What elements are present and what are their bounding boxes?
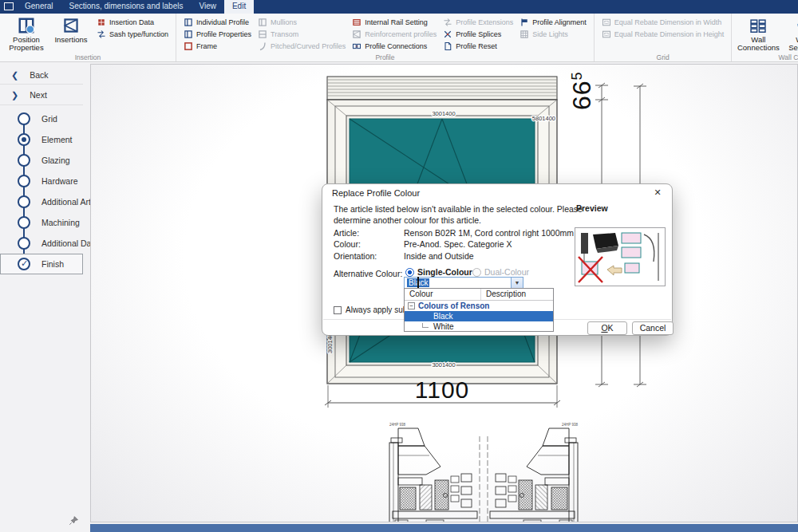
ribbon-button-profile-connections[interactable]: Profile Connections [352, 41, 437, 52]
button-label: Insertion Data [109, 18, 154, 26]
button-label: Insertions [54, 36, 87, 44]
dropdown-group-row[interactable]: − Colours of Renson [405, 301, 489, 311]
dialog-title: Replace Profile Colour [332, 188, 420, 198]
ribbon-button-wall-sections[interactable]: WallSections [780, 16, 798, 53]
button-label: Reinforcement profiles [365, 30, 437, 38]
conn-icon [352, 41, 361, 51]
step-radio-icon [18, 112, 30, 125]
dropdown-item-black[interactable]: Black [405, 311, 553, 321]
sq-v-icon [184, 18, 193, 27]
sidebar-step-finish[interactable]: Finish [0, 254, 83, 274]
step-radio-icon [18, 175, 30, 187]
application-window: GeneralSections, dimensions and labelsVi… [0, 0, 798, 532]
step-label: Glazing [41, 156, 70, 165]
article-label: Article: [334, 228, 404, 238]
button-label: Equal Rebate Dimension in Width [614, 18, 722, 26]
sidebar-step-additional-articles[interactable]: Additional Articles [0, 191, 83, 212]
arc-icon [258, 41, 267, 51]
ribbon-button-profile-reset[interactable]: Profile Reset [443, 41, 513, 52]
button-label: Profile Reset [456, 42, 497, 50]
colour-dropdown-list: Colour Description − Colours of Renson B… [404, 288, 554, 332]
step-radio-icon [18, 216, 30, 229]
cancel-button[interactable]: Cancel [632, 321, 674, 335]
app-icon [4, 2, 14, 10]
ribbon-button-transom: Transom [258, 29, 346, 40]
always-apply-substitution-checkbox[interactable] [334, 306, 342, 314]
sashfn-icon [443, 18, 452, 27]
sidebar-step-grid[interactable]: Grid [0, 108, 83, 129]
ribbon-button-reinforcement-profiles: Reinforcement profiles [352, 29, 437, 40]
step-label: Grid [41, 114, 57, 124]
ribbon-button-profile-splices[interactable]: Profile Splices [443, 29, 513, 40]
article-value: Renson B02R 1M, Cord control right 1000m… [404, 228, 574, 238]
ribbon-button-internal-rail-setting[interactable]: Internal Rail Setting [352, 17, 437, 28]
single-colour-radio[interactable] [405, 268, 414, 277]
sidebar-step-additional-data[interactable]: Additional Data [0, 233, 83, 254]
step-radio-icon [18, 237, 30, 250]
button-label: Profile Connections [365, 42, 427, 50]
cross-section-drawing: 24HP 938 24HP 938 24HP 3.22 24HP 3.22 4.… [389, 423, 578, 522]
roller-shutter-box [327, 77, 557, 100]
button-label: Mullions [271, 18, 297, 26]
ribbon-button-frame[interactable]: Frame [184, 41, 251, 52]
button-label: Connections [737, 44, 780, 52]
step-label: Hardware [41, 176, 78, 186]
group-label: Grid [595, 53, 732, 61]
collapse-icon[interactable]: − [408, 302, 415, 309]
orientation-value: Inside and Outside [404, 251, 474, 261]
group-label: Colours of Renson [418, 301, 489, 310]
ribbon-button-profile-properties[interactable]: Profile Properties [184, 29, 251, 40]
sidebar-step-machining[interactable]: Machining [0, 212, 83, 233]
button-label: Properties [9, 44, 43, 52]
rebate-icon [602, 30, 611, 39]
ok-button[interactable]: OK [587, 321, 627, 335]
pin-icon[interactable] [69, 515, 79, 526]
combobox-dropdown-button[interactable]: ▼ [511, 278, 523, 288]
orientation-label: Orientation: [334, 251, 404, 261]
dual-colour-radio[interactable] [472, 268, 481, 277]
sq-v-icon [258, 18, 267, 27]
button-label: Frame [196, 42, 217, 50]
ribbon-button-wall-connections[interactable]: WallConnections [736, 16, 780, 53]
sidebar-item-back[interactable]: ❮ Back [0, 65, 83, 85]
align-icon [519, 18, 529, 27]
tab-edit[interactable]: Edit [224, 0, 254, 14]
svg-text:3001400: 3001400 [432, 361, 455, 368]
group-label: Insertion [0, 53, 176, 61]
step-radio-icon [18, 154, 30, 167]
sidebar-step-glazing[interactable]: Glazing [0, 150, 83, 171]
text-caret [417, 277, 419, 288]
tab-sections-dimensions-and-labels[interactable]: Sections, dimensions and labels [61, 0, 192, 14]
button-label: Profile Splices [456, 30, 501, 38]
colour-combobox[interactable]: Black ▼ [404, 277, 523, 289]
sash-icon [352, 30, 361, 39]
ribbon: PositionPropertiesInsertionsInsertion Da… [0, 14, 798, 62]
tab-general[interactable]: General [17, 0, 61, 14]
ribbon-button-insertions[interactable]: Insertions [49, 16, 93, 44]
data-icon [97, 18, 106, 27]
ribbon-group-wall-connection: WallConnectionsWallSectionsFixingholesWa… [732, 14, 798, 61]
next-label: Next [30, 90, 47, 100]
button-label: Profile Alignment [532, 18, 587, 26]
dropdown-header: Colour Description [405, 289, 553, 301]
width-dimension-label: 1100 [415, 376, 470, 403]
preview-label: Preview [576, 203, 608, 213]
ribbon-button-equal-rebate-dimension-in-width: Equal Rebate Dimension in Width [602, 17, 725, 28]
step-label: Machining [41, 218, 80, 227]
sidebar-step-hardware[interactable]: Hardware [0, 171, 83, 191]
ribbon-button-sash-type-function[interactable]: Sash type/function [97, 29, 168, 40]
sidebar-step-element[interactable]: Element [0, 129, 83, 150]
tab-view[interactable]: View [191, 0, 224, 14]
ribbon-button-insertion-data[interactable]: Insertion Data [97, 17, 168, 28]
ribbon-button-position-properties[interactable]: PositionProperties [4, 16, 49, 53]
ribbon-button-side-lights: Side Lights [519, 29, 587, 40]
dropdown-item-white[interactable]: White [405, 321, 553, 332]
ribbon-button-individual-profile[interactable]: Individual Profile [184, 17, 251, 28]
close-icon[interactable]: ✕ [651, 187, 664, 200]
ribbon-button-profile-alignment[interactable]: Profile Alignment [519, 17, 587, 28]
svg-text:24HP 938: 24HP 938 [562, 423, 578, 427]
splice-icon [443, 30, 452, 39]
sidebar-item-next[interactable]: ❯ Next [0, 85, 83, 104]
ribbon-button-equal-rebate-dimension-in-height: Equal Rebate Dimension in Height [602, 29, 725, 40]
button-label: Sections [788, 44, 798, 52]
